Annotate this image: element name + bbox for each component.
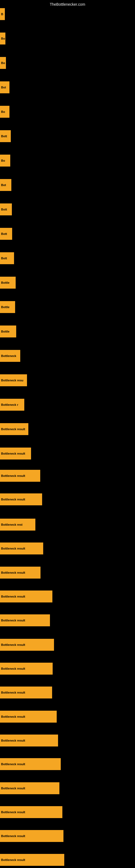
bar-label-18: Bottleneck result: [1, 428, 25, 431]
bar-label-12: Bottle: [1, 281, 9, 284]
bar-label-32: Bottleneck result: [1, 763, 25, 766]
bar-label-35: Bottleneck result: [1, 834, 25, 838]
bar-item-30: Bottleneck result: [0, 711, 57, 723]
bar-item-35: Bottleneck result: [0, 830, 63, 842]
bar-item-15: Bottleneck: [0, 350, 20, 362]
bar-label-28: Bottleneck result: [1, 667, 25, 670]
bar-label-26: Bottleneck result: [1, 619, 25, 622]
bar-item-21: Bottleneck result: [0, 493, 42, 505]
bar-item-7: Bo: [0, 155, 10, 166]
bar-item-19: Bottleneck result: [0, 447, 31, 460]
bar-item-25: Bottleneck result: [0, 590, 52, 602]
bar-label-33: Bottleneck result: [1, 786, 25, 790]
bar-item-5: Bo: [0, 106, 9, 118]
bar-label-36: Bottleneck result: [1, 858, 25, 862]
site-title: TheBottlenecker.com: [50, 2, 85, 6]
bar-label-15: Bottleneck: [1, 354, 16, 358]
bar-item-10: Bott: [0, 228, 12, 240]
bar-label-10: Bott: [1, 232, 7, 236]
bar-label-27: Bottleneck result: [1, 643, 25, 646]
bar-label-7: Bo: [1, 159, 5, 162]
bar-label-14: Bottle: [1, 330, 9, 333]
bar-item-17: Bottleneck r: [0, 399, 24, 411]
bar-label-17: Bottleneck r: [1, 403, 18, 406]
bar-label-20: Bottleneck result: [1, 474, 25, 477]
bar-label-19: Bottleneck result: [1, 452, 25, 455]
bar-item-14: Bottle: [0, 326, 16, 337]
bar-item-31: Bottleneck result: [0, 735, 58, 746]
bar-item-11: Bott: [0, 252, 14, 264]
bar-item-13: Bottle: [0, 301, 15, 313]
bar-label-25: Bottleneck result: [1, 595, 25, 598]
bar-item-24: Bottleneck result: [0, 567, 41, 579]
bar-item-28: Bottleneck result: [0, 663, 53, 675]
bar-label-29: Bottleneck result: [1, 691, 25, 694]
bar-item-27: Bottleneck result: [0, 639, 54, 651]
bar-label-22: Bottleneck rest: [1, 523, 22, 526]
bar-label-31: Bottleneck result: [1, 739, 25, 742]
bar-label-6: Bott: [1, 134, 7, 138]
bar-item-12: Bottle: [0, 277, 16, 289]
bar-item-3: Bo: [0, 57, 6, 69]
bar-label-9: Bott: [1, 208, 7, 211]
bar-item-33: Bottleneck result: [0, 782, 59, 794]
bar-item-34: Bottleneck result: [0, 806, 62, 818]
bar-label-5: Bo: [1, 110, 5, 113]
bar-item-1: B: [0, 8, 5, 20]
bar-item-6: Bott: [0, 130, 11, 142]
bar-label-16: Bottleneck resu: [1, 379, 24, 382]
bar-item-36: Bottleneck result: [0, 854, 64, 866]
bar-item-22: Bottleneck rest: [0, 519, 35, 531]
bar-label-30: Bottleneck result: [1, 715, 25, 718]
bar-item-16: Bottleneck resu: [0, 374, 27, 386]
bar-label-1: B: [1, 12, 3, 16]
bar-item-32: Bottleneck result: [0, 758, 61, 770]
bar-item-23: Bottleneck result: [0, 542, 43, 554]
bar-label-34: Bottleneck result: [1, 810, 25, 814]
bar-label-21: Bottleneck result: [1, 498, 25, 501]
bar-label-8: Bot: [1, 183, 6, 187]
bar-label-3: Bo: [1, 61, 5, 65]
bar-item-8: Bot: [0, 179, 11, 191]
bar-item-2: Bo: [0, 33, 5, 44]
bar-label-4: Bot: [1, 86, 6, 89]
bar-item-9: Bott: [0, 204, 12, 215]
bar-item-18: Bottleneck result: [0, 423, 28, 435]
bar-item-20: Bottleneck result: [0, 470, 40, 482]
bar-item-29: Bottleneck result: [0, 686, 52, 699]
bar-item-26: Bottleneck result: [0, 614, 50, 626]
bar-item-4: Bot: [0, 82, 9, 93]
bar-label-11: Bott: [1, 257, 7, 260]
bar-label-13: Bottle: [1, 305, 9, 309]
bar-label-24: Bottleneck result: [1, 571, 25, 574]
bar-label-2: Bo: [1, 37, 5, 40]
bar-label-23: Bottleneck result: [1, 547, 25, 550]
